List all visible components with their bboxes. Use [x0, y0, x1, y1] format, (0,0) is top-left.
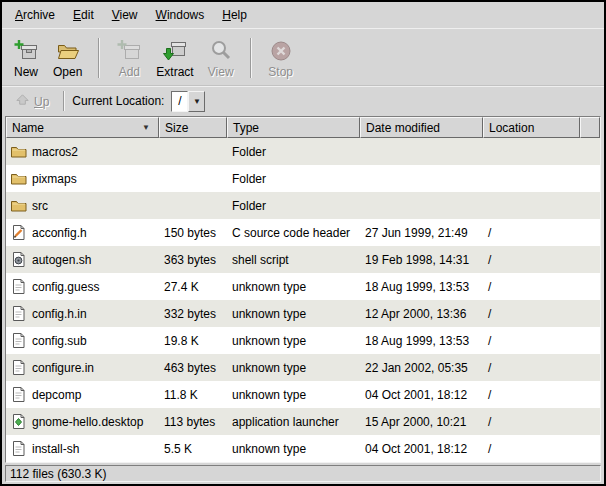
new-button-label: New [14, 65, 38, 79]
add-button[interactable]: Add [109, 35, 149, 81]
file-size: 11.8 K [159, 381, 227, 408]
locationbar-separator [63, 91, 65, 111]
add-files-icon [117, 38, 141, 64]
file-size: 19.8 K [159, 327, 227, 354]
menu-edit[interactable]: Edit [64, 4, 103, 26]
file-date: 12 Apr 2000, 13:36 [360, 300, 483, 327]
file-name: gnome-hello.desktop [32, 415, 143, 429]
location-bar: Up Current Location: / ▼ [2, 86, 604, 116]
file-location [483, 192, 600, 219]
file-date: 19 Feb 1998, 14:31 [360, 246, 483, 273]
menu-archive[interactable]: Archive [6, 4, 64, 26]
file-name: config.h.in [32, 307, 87, 321]
toolbar-separator [98, 38, 100, 78]
column-header-date-modified[interactable]: Date modified [360, 117, 483, 138]
table-row[interactable]: depcomp 11.8 K unknown type 04 Oct 2001,… [6, 381, 600, 408]
file-type: unknown type [227, 273, 360, 300]
file-type: Folder [227, 165, 360, 192]
file-type-icon [10, 170, 27, 187]
table-row[interactable]: config.sub 19.8 K unknown type 18 Aug 19… [6, 327, 600, 354]
view-button[interactable]: View [201, 35, 241, 81]
table-row[interactable]: config.h.in 332 bytes unknown type 12 Ap… [6, 300, 600, 327]
file-type: unknown type [227, 327, 360, 354]
add-button-label: Add [119, 65, 140, 79]
file-date: 15 Apr 2000, 10:21 [360, 408, 483, 435]
file-location: / [483, 219, 600, 246]
up-button[interactable]: Up [8, 90, 56, 113]
file-type-icon [10, 359, 27, 376]
file-size: 113 bytes [159, 408, 227, 435]
file-size: 363 bytes [159, 246, 227, 273]
view-file-icon [209, 38, 233, 64]
stop-button[interactable]: Stop [261, 35, 301, 81]
file-date [360, 192, 483, 219]
table-row[interactable]: src Folder [6, 192, 600, 219]
file-date: 04 Oct 2001, 18:12 [360, 435, 483, 462]
sort-indicator-icon[interactable]: ▼ [139, 122, 153, 134]
file-name: acconfig.h [32, 226, 87, 240]
table-row[interactable]: acconfig.h 150 bytes C source code heade… [6, 219, 600, 246]
file-size: 27.4 K [159, 273, 227, 300]
file-list-body: macros2 Folder [6, 138, 600, 462]
open-archive-icon [56, 38, 80, 64]
file-type: C source code header [227, 219, 360, 246]
file-size: 5.5 K [159, 435, 227, 462]
file-type-icon [10, 143, 27, 160]
file-name: pixmaps [32, 172, 77, 186]
file-date [360, 165, 483, 192]
new-button[interactable]: New [6, 35, 46, 81]
status-text: 112 files (630.3 K) [5, 465, 601, 482]
table-row[interactable]: configure.in 463 bytes unknown type 22 J… [6, 354, 600, 381]
archive-manager-window: Archive Edit View Windows Help New [0, 0, 606, 486]
menubar: Archive Edit View Windows Help [2, 2, 604, 28]
status-bar: 112 files (630.3 K) [5, 465, 601, 482]
menu-view[interactable]: View [103, 4, 147, 26]
menu-windows[interactable]: Windows [147, 4, 214, 26]
file-type: unknown type [227, 354, 360, 381]
file-date [360, 138, 483, 165]
column-header-name-label: Name [12, 121, 44, 135]
file-size: 463 bytes [159, 354, 227, 381]
file-type: application launcher [227, 408, 360, 435]
open-button-label: Open [53, 65, 82, 79]
table-row[interactable]: config.guess 27.4 K unknown type 18 Aug … [6, 273, 600, 300]
table-row[interactable]: pixmaps Folder [6, 165, 600, 192]
file-name: config.sub [32, 334, 87, 348]
file-name: config.guess [32, 280, 99, 294]
table-row[interactable]: gnome-hello.desktop 113 bytes applicatio… [6, 408, 600, 435]
column-header-location[interactable]: Location [483, 117, 580, 138]
location-value[interactable]: / [171, 91, 188, 112]
file-type: Folder [227, 138, 360, 165]
table-row[interactable]: macros2 Folder [6, 138, 600, 165]
file-date: 18 Aug 1999, 13:53 [360, 327, 483, 354]
location-combobox[interactable]: / ▼ [171, 91, 205, 112]
chevron-down-icon[interactable]: ▼ [188, 91, 205, 112]
file-size: 150 bytes [159, 219, 227, 246]
table-row[interactable]: install-sh 5.5 K unknown type 04 Oct 200… [6, 435, 600, 462]
file-size [159, 192, 227, 219]
file-location: / [483, 381, 600, 408]
stop-icon [269, 38, 293, 64]
file-location: / [483, 408, 600, 435]
file-type-icon [10, 224, 27, 241]
column-header-name[interactable]: Name ▼ [6, 117, 159, 138]
column-header-stub [580, 117, 600, 138]
file-type: unknown type [227, 381, 360, 408]
file-type-icon [10, 197, 27, 214]
file-size [159, 165, 227, 192]
current-location-label: Current Location: [72, 94, 164, 108]
file-type: unknown type [227, 435, 360, 462]
extract-button[interactable]: Extract [149, 35, 200, 81]
file-date: 22 Jan 2002, 05:35 [360, 354, 483, 381]
menu-help[interactable]: Help [213, 4, 256, 26]
column-header-size[interactable]: Size [159, 117, 227, 138]
open-button[interactable]: Open [46, 35, 89, 81]
stop-button-label: Stop [268, 65, 293, 79]
column-header-type[interactable]: Type [227, 117, 360, 138]
view-button-label: View [208, 65, 234, 79]
extract-icon [163, 38, 187, 64]
file-list: Name ▼ Size Type Date modified Location [5, 116, 601, 463]
file-location [483, 165, 600, 192]
table-row[interactable]: autogen.sh 363 bytes shell script 19 Feb… [6, 246, 600, 273]
file-type-icon [10, 413, 27, 430]
